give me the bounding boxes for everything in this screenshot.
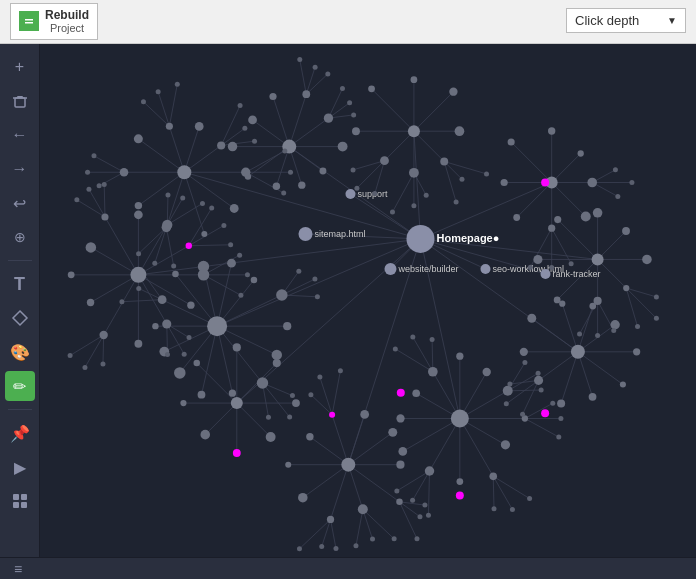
svg-rect-2 (25, 22, 33, 24)
forward-icon[interactable]: → (5, 154, 35, 184)
add-icon[interactable]: + (5, 52, 35, 82)
click-depth-label: Click depth (575, 13, 639, 28)
network-canvas[interactable] (40, 44, 696, 557)
statusbar: ≡ (0, 557, 696, 579)
pencil-icon[interactable]: ✏ (5, 371, 35, 401)
statusbar-menu-icon[interactable]: ≡ (8, 559, 28, 579)
grid-icon[interactable] (5, 486, 35, 516)
back-icon[interactable]: ← (5, 120, 35, 150)
chevron-down-icon: ▼ (667, 15, 677, 26)
shape-icon[interactable] (5, 303, 35, 333)
divider-2 (8, 409, 32, 410)
svg-rect-7 (13, 494, 19, 500)
pin-icon[interactable]: 📌 (5, 418, 35, 448)
network-graph[interactable] (40, 44, 696, 557)
undo-icon[interactable]: ↩ (5, 188, 35, 218)
svg-marker-6 (13, 311, 27, 325)
paint-icon[interactable]: 🎨 (5, 337, 35, 367)
click-depth-dropdown[interactable]: Click depth ▼ (566, 8, 686, 33)
project-button[interactable]: Rebuild Project (10, 3, 98, 41)
svg-rect-0 (23, 15, 35, 27)
divider-1 (8, 260, 32, 261)
project-label: Rebuild Project (45, 8, 89, 36)
svg-rect-1 (25, 19, 33, 21)
project-icon (19, 11, 39, 31)
play-icon[interactable]: ▶ (5, 452, 35, 482)
svg-rect-10 (21, 502, 27, 508)
text-icon[interactable]: T (5, 269, 35, 299)
toolbar: Rebuild Project Click depth ▼ (0, 0, 696, 44)
delete-icon[interactable] (5, 86, 35, 116)
sidebar: + ← → ↩ ⊕ T 🎨 ✏ 📌 ▶ (0, 44, 40, 557)
svg-rect-3 (15, 98, 25, 107)
svg-rect-9 (13, 502, 19, 508)
svg-rect-8 (21, 494, 27, 500)
search-zoom-icon[interactable]: ⊕ (5, 222, 35, 252)
